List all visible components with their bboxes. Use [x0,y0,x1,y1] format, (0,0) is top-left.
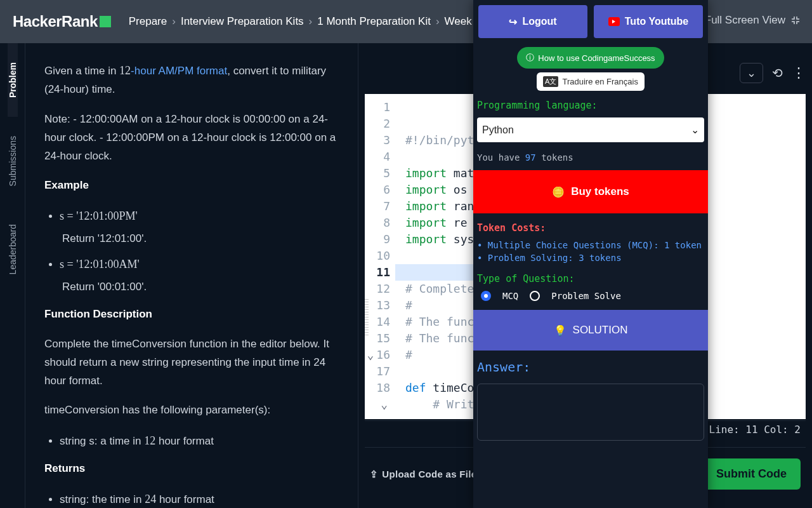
history-icon[interactable]: ⟲ [772,65,783,81]
fd-params: timeConversion has the following paramet… [44,401,340,420]
submit-code-button[interactable]: Submit Code [702,458,801,490]
text: 24 [145,493,156,505]
text: string: the time in [60,493,145,505]
returns-list: string: the time in 24 hour format [44,490,340,508]
token-count: 97 [525,152,536,163]
youtube-label: Tuto Youtube [625,16,688,27]
answer-textarea[interactable] [477,384,704,441]
text: hour format [156,493,214,505]
heading-returns: Returns [44,462,85,474]
example-input: s = '12:01:00AM' [60,258,140,271]
breadcrumb-item[interactable]: Interview Preparation Kits [181,15,304,28]
heading-function-description: Function Description [44,308,152,320]
text: hour format [155,435,214,447]
text: tokens [536,152,573,163]
tab-problem[interactable]: Problem [8,43,18,117]
logo[interactable]: HackerRank [13,13,111,30]
side-tabs: Problem Submissions Leaderboard [0,43,25,508]
solution-button[interactable]: 💡 SOLUTION [473,310,708,351]
breadcrumb-item[interactable]: 1 Month Preparation Kit [317,15,431,28]
logout-icon: ↪ [509,16,517,28]
breadcrumb-item[interactable]: Prepare [129,15,167,28]
how-label: How to use CodingameSuccess [538,53,655,63]
editor-toolbar: ⌄ ⟲ ⋮ [740,57,806,89]
upload-code-button[interactable]: ⇪ Upload Code as File [370,469,476,480]
list-item: string: the time in 24 hour format [60,490,340,508]
upload-label: Upload Code as File [382,469,476,479]
chevron-right-icon: › [436,15,440,28]
list-item: s = '12:01:00AM' Return '00:01:00'. [60,255,340,297]
chevron-right-icon: › [172,15,176,28]
language-label: Programming language: [473,95,708,115]
text: 12 [144,434,155,447]
language-value: Python [482,124,514,136]
collapse-icon [790,15,801,25]
info-icon: ⓘ [526,52,534,64]
upload-icon: ⇪ [370,469,378,480]
token-costs-heading: Token Costs: [473,217,708,239]
type-of-question-label: Type of Question: [473,264,708,291]
language-select[interactable]: Python ⌄ [477,117,704,142]
youtube-button[interactable]: Tuto Youtube [594,5,703,38]
gutter-drag-icon[interactable] [365,297,369,335]
list-item: s = '12:01:00PM' Return '12:01:00'. [60,206,340,248]
text: You have [477,152,525,163]
text: Given a time in [44,65,119,77]
logo-text: HackerRank [13,13,98,30]
translate-button[interactable]: A文 Traduire en Français [537,72,645,91]
chevron-down-icon: ⌄ [691,124,699,136]
translate-label: Traduire en Français [562,77,638,86]
exit-fullscreen-label: it Full Screen View [697,14,785,27]
code-body[interactable]: #!/bin/pyth import math import os import… [395,94,481,419]
youtube-icon [608,17,620,26]
heading-example: Example [44,179,89,191]
problem-pane[interactable]: Given a time in 12-hour AM/PM format, co… [25,43,358,508]
how-to-use-button[interactable]: ⓘ How to use CodingameSuccess [517,47,664,69]
example-output: Return '12:01:00'. [62,230,340,248]
answer-label: Answer: [473,351,708,381]
buy-tokens-button[interactable]: 🪙 Buy tokens [473,170,708,213]
radio-mcq[interactable] [481,291,491,301]
param-list: string s: a time in 12 hour format [44,431,340,451]
problem-note: Note: - 12:00:00AM on a 12-hour clock is… [44,110,340,166]
logout-button[interactable]: ↪ Logout [478,5,587,38]
solution-label: SOLUTION [573,324,628,337]
coins-icon: 🪙 [552,186,565,198]
fd-body: Complete the timeConversion function in … [44,335,340,391]
tokens-line: You have 97 tokens [473,149,708,166]
extension-panel: ↪ Logout Tuto Youtube ⓘ How to use Codin… [473,0,708,508]
buy-label: Buy tokens [571,185,629,198]
example-input: s = '12:01:00PM' [60,210,138,222]
radio-ps-label: Problem Solve [551,291,621,301]
text: string s: a time in [60,435,144,447]
cost-line: • Multiple Choice Questions (MCQ): 1 tok… [473,239,708,251]
example-output: Return '00:01:00'. [62,278,340,297]
translate-icon: A文 [543,76,558,87]
example-list: s = '12:01:00PM' Return '12:01:00'. s = … [44,206,340,297]
radio-mcq-label: MCQ [502,291,518,301]
radio-problem-solve[interactable] [530,291,540,301]
exit-fullscreen-button[interactable]: it Full Screen View [697,14,801,27]
text: 12 [119,64,131,77]
lightbulb-icon: 💡 [554,324,566,337]
chevron-right-icon: › [309,15,313,28]
language-dropdown[interactable]: ⌄ [740,63,763,83]
tab-leaderboard[interactable]: Leaderboard [8,205,18,293]
problem-intro: Given a time in 12-hour AM/PM format, co… [44,61,340,99]
logo-square-icon [100,16,111,27]
logout-label: Logout [522,16,556,27]
cost-line: • Problem Solving: 3 tokens [473,251,708,264]
breadcrumb: Prepare › Interview Preparation Kits › 1… [129,15,490,28]
question-type-radios: MCQ Problem Solve [473,291,708,310]
tab-submissions[interactable]: Submissions [8,117,18,205]
link-text[interactable]: -hour AM/PM format [131,65,227,77]
more-menu-icon[interactable]: ⋮ [792,66,806,80]
list-item: string s: a time in 12 hour format [60,431,340,451]
chevron-down-icon: ⌄ [747,66,756,80]
line-gutter: 1234567 891011 12131415 ⌄161718⌄ [365,94,395,419]
